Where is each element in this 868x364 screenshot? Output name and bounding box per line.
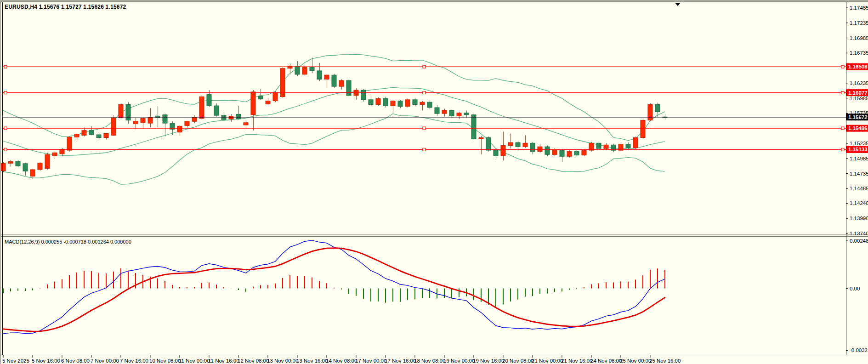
price-axis-label: 1.17235 <box>850 20 868 26</box>
price-axis-label: 1.16735 <box>850 50 868 56</box>
candle-bearish <box>494 150 498 156</box>
candle-bullish <box>589 143 594 150</box>
candle-bullish <box>185 121 189 125</box>
candle-bearish <box>435 108 439 114</box>
chart-window[interactable]: 1.174851.172351.169851.167351.164851.162… <box>0 0 868 364</box>
candle-bearish <box>574 152 579 155</box>
price-axis-label: 1.14735 <box>850 171 868 176</box>
candle-bullish <box>604 145 608 148</box>
candle-bearish <box>464 113 469 115</box>
candle-bullish <box>67 137 72 150</box>
price-axis-label: 1.13990 <box>850 216 868 221</box>
candle-bearish <box>530 143 535 151</box>
candle-bearish <box>126 104 130 120</box>
hline-drag-handle[interactable] <box>423 127 425 130</box>
candle-bearish <box>332 75 336 86</box>
candle-bearish <box>96 135 101 138</box>
candle-bullish <box>391 101 395 106</box>
candle-bullish <box>288 66 292 68</box>
candle-bullish <box>538 147 542 152</box>
candle-bullish <box>405 100 410 106</box>
candle-bullish <box>420 102 425 104</box>
candle-bullish <box>633 138 638 148</box>
candle-bullish <box>192 117 197 121</box>
time-axis-label: 10 Nov 08:00 <box>149 358 181 364</box>
candle-bullish <box>648 104 652 120</box>
time-axis-label: 6 Nov 08:00 <box>61 358 90 364</box>
hline-drag-handle[interactable] <box>841 65 844 68</box>
time-axis-label: 14 Nov 08:00 <box>326 358 357 364</box>
hline-drag-handle[interactable] <box>423 65 425 68</box>
candle-bearish <box>427 102 432 108</box>
macd-axis-label: -0.003238 <box>850 347 868 353</box>
hline-drag-handle[interactable] <box>423 148 425 151</box>
candle-bullish <box>133 121 138 124</box>
candle-bullish <box>104 133 108 137</box>
candle-bearish <box>207 94 211 106</box>
hline-drag-handle[interactable] <box>4 148 7 151</box>
price-axis-label: 1.13740 <box>850 231 868 236</box>
candle-bullish <box>552 150 557 154</box>
chart-svg[interactable]: 1.174851.172351.169851.167351.164851.162… <box>1 1 868 364</box>
hline-drag-handle[interactable] <box>841 91 844 94</box>
candle-bearish <box>346 80 351 96</box>
macd-axis-label: 0.002483 <box>850 238 868 244</box>
candle-bearish <box>361 90 366 100</box>
hline-drag-handle[interactable] <box>841 148 844 151</box>
candle-bullish <box>244 123 248 125</box>
candle-bearish <box>163 115 167 123</box>
price-axis-label: 1.15235 <box>850 141 868 146</box>
chart-background <box>1 1 868 364</box>
candle-bullish <box>52 153 57 156</box>
hline-drag-handle[interactable] <box>4 65 7 68</box>
candle-bearish <box>626 144 630 148</box>
hline-price-tag: 1.16508 <box>848 64 868 69</box>
time-axis-label: 24 Nov 08:00 <box>590 358 622 364</box>
time-axis-label: 5 Nov 2025 <box>2 358 29 364</box>
candle-bearish <box>486 138 491 151</box>
candle-bearish <box>596 143 601 148</box>
time-axis-label: 7 Nov 00:00 <box>91 358 119 364</box>
candle-bearish <box>369 100 373 105</box>
candle-bullish <box>582 150 586 155</box>
candle-bullish <box>457 113 461 116</box>
hline-drag-handle[interactable] <box>841 127 844 130</box>
time-axis-label: 25 Nov 16:00 <box>649 358 681 364</box>
price-axis-label: 1.16985 <box>850 35 868 41</box>
candle-bearish <box>295 66 300 74</box>
candle-bullish <box>523 143 528 147</box>
candle-bearish <box>317 71 322 79</box>
time-axis-label: 12 Nov 08:00 <box>238 358 269 364</box>
price-axis-label: 1.17485 <box>850 5 868 11</box>
candle-bearish <box>449 111 454 116</box>
hline-drag-handle[interactable] <box>4 127 7 130</box>
candle-bullish <box>479 138 483 139</box>
candle-bullish <box>177 126 182 132</box>
hline-price-tag: 1.15133 <box>848 147 868 152</box>
price-axis-label: 1.15985 <box>850 96 868 101</box>
hline-drag-handle[interactable] <box>423 91 425 94</box>
candle-bullish <box>273 92 278 101</box>
time-axis-label: 13 Nov 00:00 <box>267 358 298 364</box>
candle-bearish <box>258 96 263 99</box>
time-axis-label: 17 Nov 16:00 <box>385 358 416 364</box>
time-axis-label: 11 Nov 16:00 <box>208 358 239 364</box>
candle-bearish <box>560 150 564 156</box>
time-axis-label: 20 Nov 08:00 <box>502 358 533 364</box>
candle-bullish <box>641 120 645 138</box>
candle-bullish <box>567 152 572 157</box>
hline-drag-handle[interactable] <box>4 91 7 94</box>
candle-bearish <box>236 114 241 119</box>
current-price-tag: 1.15672 <box>848 114 868 120</box>
candle-bullish <box>148 117 153 123</box>
candle-bearish <box>383 98 388 106</box>
candle-bullish <box>45 154 50 168</box>
candle-bullish <box>508 142 513 146</box>
time-axis-label: 11 Nov 00:00 <box>179 358 210 364</box>
candle-bullish <box>302 67 307 74</box>
candle-bullish <box>38 163 42 170</box>
macd-indicator-label: MACD(12,26,9) 0.000255 -0.000718 0.00126… <box>5 239 131 245</box>
time-axis-label: 7 Nov 16:00 <box>120 358 148 364</box>
candle-bullish <box>199 97 204 118</box>
candle-bullish <box>501 146 505 156</box>
